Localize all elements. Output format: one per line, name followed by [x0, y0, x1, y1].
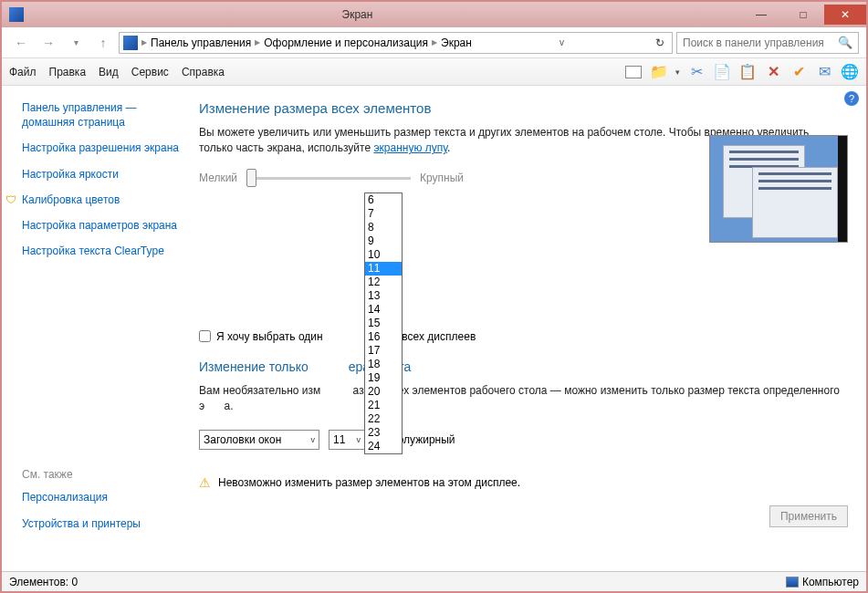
chevron-icon: ▶ — [255, 38, 260, 47]
sidebar-screen-params[interactable]: Настройка параметров экрана — [22, 218, 192, 233]
menu-help[interactable]: Справка — [182, 66, 225, 78]
slider-label-large: Крупный — [420, 172, 464, 184]
size-option[interactable]: 16 — [365, 330, 402, 344]
content: ? Панель управления — домашняя страница … — [2, 86, 866, 571]
dropdown-history-button[interactable]: ▾ — [64, 31, 88, 55]
close-button[interactable]: ✕ — [824, 5, 866, 25]
sidebar: Панель управления — домашняя страница На… — [2, 86, 199, 571]
breadcrumb-item[interactable]: Панель управления — [151, 36, 251, 49]
size-option[interactable]: 17 — [365, 344, 402, 358]
sidebar-home[interactable]: Панель управления — домашняя страница — [22, 100, 192, 130]
warning-icon: ⚠ — [199, 475, 211, 490]
preview-window — [752, 167, 838, 238]
status-right: Компьютер — [786, 576, 859, 588]
checkbox-one-scale-input[interactable] — [199, 330, 211, 342]
size-option[interactable]: 19 — [365, 371, 402, 385]
size-option[interactable]: 11 — [365, 262, 402, 276]
magnifier-link[interactable]: экранную лупу — [373, 141, 447, 154]
size-option[interactable]: 7 — [365, 207, 402, 221]
minimize-button[interactable]: — — [740, 5, 782, 25]
main-panel: Изменение размера всех элементов Вы може… — [199, 86, 866, 571]
size-option[interactable]: 15 — [365, 317, 402, 330]
breadcrumb-item[interactable]: Оформление и персонализация — [264, 36, 428, 49]
window-root: Экран — □ ✕ ← → ▾ ↑ ▶ Панель управления … — [0, 0, 868, 593]
size-option[interactable]: 8 — [365, 221, 402, 234]
checkbox-one-scale-label-a: Я хочу выбрать один — [216, 330, 323, 343]
toolbar: 📁 ▾ ✂ 📄 📋 ✕ ✔ ✉ 🌐 — [624, 63, 859, 81]
menu-edit[interactable]: Правка — [49, 66, 87, 78]
status-location: Компьютер — [802, 576, 859, 588]
item-select[interactable]: Заголовки окон v — [199, 430, 319, 450]
forward-button[interactable]: → — [37, 31, 60, 55]
maximize-button[interactable]: □ — [782, 5, 824, 25]
chevron-down-icon: v — [311, 435, 316, 444]
chevron-icon: ▶ — [432, 38, 437, 47]
globe-icon[interactable]: 🌐 — [841, 63, 859, 81]
breadcrumb-dropdown[interactable]: v — [556, 37, 568, 47]
chevron-down-icon: v — [357, 435, 361, 444]
up-button[interactable]: ↑ — [91, 31, 115, 55]
statusbar: Элементов: 0 Компьютер — [2, 571, 866, 591]
folder-icon[interactable]: 📁 — [650, 63, 668, 81]
size-select[interactable]: 11 v — [329, 430, 365, 450]
nav-bar: ← → ▾ ↑ ▶ Панель управления ▶ Оформление… — [2, 27, 866, 58]
size-option[interactable]: 18 — [365, 358, 402, 371]
size-option[interactable]: 22 — [365, 412, 402, 426]
window-title: Экран — [0, 8, 740, 21]
sidebar-brightness[interactable]: Настройка яркости — [22, 167, 192, 182]
see-also-label: См. также — [22, 468, 192, 481]
size-option[interactable]: 12 — [365, 276, 402, 289]
size-option[interactable]: 23 — [365, 426, 402, 440]
checkmark-icon[interactable]: ✔ — [790, 63, 808, 81]
mail-icon[interactable]: ✉ — [815, 63, 833, 81]
apply-button[interactable]: Применить — [769, 505, 848, 527]
delete-icon[interactable]: ✕ — [764, 63, 782, 81]
breadcrumb-item[interactable]: Экран — [441, 36, 472, 49]
size-option[interactable]: 9 — [365, 234, 402, 248]
desc-text-size: Вам необязательно изм азмер всех элемент… — [199, 383, 844, 415]
size-option[interactable]: 21 — [365, 399, 402, 412]
menu-view[interactable]: Вид — [99, 66, 119, 78]
size-option[interactable]: 14 — [365, 303, 402, 317]
slider-thumb[interactable] — [246, 169, 256, 187]
size-dropdown-list[interactable]: 6789101112131415161718192021222324 — [364, 192, 403, 454]
checkbox-one-scale[interactable]: Я хочу выбрать один аб для всех дисплеев — [199, 330, 844, 343]
sidebar-devices[interactable]: Устройства и принтеры — [22, 516, 192, 531]
size-option[interactable]: 20 — [365, 385, 402, 399]
search-icon[interactable]: 🔍 — [838, 36, 852, 49]
refresh-button[interactable]: ↻ — [652, 36, 668, 49]
sidebar-color-calibration[interactable]: Калибровка цветов — [22, 192, 192, 207]
breadcrumb[interactable]: ▶ Панель управления ▶ Оформление и персо… — [119, 32, 673, 54]
titlebar: Экран — □ ✕ — [2, 2, 866, 27]
size-option[interactable]: 10 — [365, 248, 402, 262]
sidebar-resolution[interactable]: Настройка разрешения экрана — [22, 140, 192, 155]
heading-text-size: Изменение только ера текста — [199, 359, 844, 374]
chevron-icon: ▶ — [141, 38, 147, 47]
sidebar-personalization[interactable]: Персонализация — [22, 490, 192, 505]
search-box[interactable]: 🔍 — [676, 32, 859, 54]
back-button[interactable]: ← — [9, 31, 33, 55]
size-option[interactable]: 6 — [365, 193, 402, 207]
clipboard-icon[interactable]: 📋 — [738, 63, 757, 81]
cut-icon[interactable]: ✂ — [687, 63, 706, 81]
menu-file[interactable]: Файл — [9, 66, 37, 78]
folder-dropdown-icon[interactable]: ▾ — [675, 68, 680, 77]
size-slider[interactable] — [246, 177, 411, 180]
size-option[interactable]: 13 — [365, 289, 402, 303]
menubar: Файл Правка Вид Сервис Справка 📁 ▾ ✂ 📄 📋… — [2, 58, 866, 86]
slider-label-small: Мелкий — [199, 172, 237, 184]
size-option[interactable]: 24 — [365, 440, 402, 453]
display-preview — [709, 135, 848, 243]
copy-icon[interactable]: 📄 — [713, 63, 731, 81]
font-row: Заголовки окон v 11 v Полужирный — [199, 430, 844, 450]
warning-row: ⚠ Невозможно изменить размер элементов н… — [199, 475, 844, 490]
view-pane-icon[interactable] — [624, 63, 643, 81]
menu-service[interactable]: Сервис — [131, 66, 169, 78]
status-elements: Элементов: 0 — [9, 576, 78, 588]
search-input[interactable] — [683, 36, 838, 49]
monitor-icon — [123, 36, 138, 50]
sidebar-cleartype[interactable]: Настройка текста ClearType — [22, 244, 192, 258]
computer-icon — [786, 577, 799, 588]
heading-resize-all: Изменение размера всех элементов — [199, 100, 844, 116]
window-buttons: — □ ✕ — [740, 5, 866, 25]
